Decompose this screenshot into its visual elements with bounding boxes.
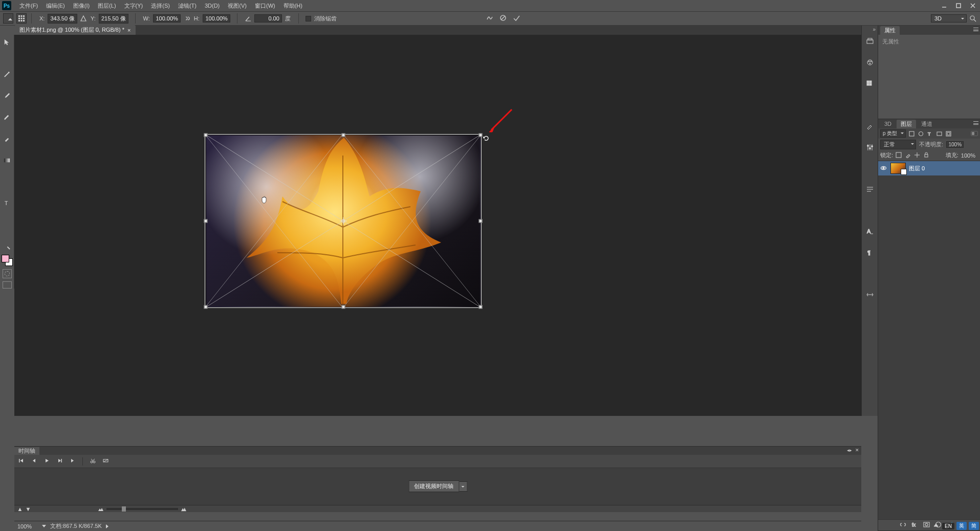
timeline-close-icon[interactable]: ✕: [855, 448, 859, 453]
character-panel-icon[interactable]: A: [865, 226, 875, 236]
timeline-collapse-icon[interactable]: ◂▸: [847, 448, 852, 453]
screen-mode-toggle[interactable]: [3, 281, 12, 289]
menu-view[interactable]: 视图(V): [224, 1, 251, 11]
transform-handle-bm[interactable]: [341, 305, 345, 309]
document-tab-close-icon[interactable]: ×: [127, 27, 130, 33]
magic-wand-tool[interactable]: [1, 69, 13, 80]
lasso-tool[interactable]: [1, 58, 13, 69]
tray-up-icon[interactable]: [933, 522, 940, 529]
color-panel-icon[interactable]: [865, 57, 875, 68]
ime-mode-2[interactable]: 简: [969, 522, 979, 530]
goto-first-frame-icon[interactable]: [18, 458, 24, 464]
filter-switch[interactable]: [971, 131, 978, 136]
menu-help[interactable]: 帮助(H): [279, 1, 307, 11]
filter-smart-icon[interactable]: [945, 130, 952, 137]
transform-handle-br[interactable]: [479, 305, 483, 309]
lock-transparency-icon[interactable]: [896, 152, 902, 159]
canvas-area[interactable]: [14, 35, 861, 416]
type-tool[interactable]: T: [1, 198, 13, 209]
delta-icon[interactable]: [79, 14, 88, 23]
tab-layers[interactable]: 图层: [897, 120, 916, 128]
tab-channels[interactable]: 通道: [917, 120, 937, 128]
strip-collapse-icon[interactable]: »: [873, 27, 876, 32]
menu-layer[interactable]: 图层(L): [94, 1, 120, 11]
goto-last-frame-icon[interactable]: [70, 458, 75, 464]
menu-image[interactable]: 图像(I): [69, 1, 94, 11]
history-panel-icon[interactable]: [865, 36, 875, 46]
zoom-mountain-large-icon[interactable]: [181, 506, 186, 512]
create-timeline-dropdown[interactable]: [459, 481, 467, 492]
window-maximize-button[interactable]: [951, 0, 966, 11]
menu-select[interactable]: 选择(S): [147, 1, 174, 11]
filter-type-icon[interactable]: T: [926, 130, 933, 137]
timeline-zoom-out-icon[interactable]: ▲: [17, 506, 23, 512]
pen-tool[interactable]: [1, 187, 13, 198]
layer-list[interactable]: 图层 0: [878, 161, 980, 519]
layer-filter-kind[interactable]: p 类型: [880, 129, 906, 138]
swatches-panel-icon[interactable]: [865, 79, 875, 89]
paragraph-styles-icon[interactable]: ¶: [865, 248, 875, 258]
rectangle-shape-tool[interactable]: [1, 219, 13, 230]
foreground-color[interactable]: [2, 255, 9, 262]
lock-position-icon[interactable]: [914, 152, 921, 159]
opacity-field[interactable]: 100%: [946, 141, 964, 148]
adjustment-panel-icon[interactable]: [865, 142, 875, 152]
cancel-transform-icon[interactable]: [499, 14, 507, 23]
layer-name[interactable]: 图层 0: [909, 165, 925, 172]
filter-adjust-icon[interactable]: [917, 130, 924, 137]
tool-preset-picker[interactable]: [3, 13, 13, 24]
menu-3d[interactable]: 3D(D): [201, 1, 224, 10]
timeline-tab[interactable]: 时间轴: [14, 447, 39, 455]
workspace-switcher[interactable]: 3D: [931, 14, 967, 23]
fill-field[interactable]: 100%: [961, 152, 975, 159]
angle-field[interactable]: 0.00: [254, 14, 282, 23]
layers-flyout-icon[interactable]: [973, 121, 978, 125]
quick-mask-toggle[interactable]: [3, 269, 12, 278]
search-icon[interactable]: [969, 14, 977, 23]
filter-shape-icon[interactable]: [935, 130, 943, 137]
layer-thumbnail[interactable]: [890, 163, 906, 174]
antialias-checkbox[interactable]: [306, 16, 311, 21]
panel-flyout-icon[interactable]: [973, 28, 978, 32]
doc-info-menu-icon[interactable]: [106, 524, 108, 528]
hand-tool[interactable]: [1, 230, 13, 241]
crop-tool[interactable]: [1, 80, 13, 91]
transform-handle-tl[interactable]: [204, 134, 208, 137]
doc-info[interactable]: 文档:867.5 K/867.5K: [50, 522, 102, 530]
transform-handle-ml[interactable]: [204, 219, 208, 223]
menu-file[interactable]: 文件(F): [15, 1, 42, 11]
transform-center-icon[interactable]: [340, 217, 347, 225]
filter-pixel-icon[interactable]: [908, 130, 915, 137]
spot-heal-tool[interactable]: [1, 101, 13, 112]
layer-fx-icon[interactable]: fx: [911, 521, 918, 529]
tab-3d[interactable]: 3D: [880, 120, 896, 127]
brush-settings-panel-icon[interactable]: [865, 121, 875, 131]
w-field[interactable]: 100.00%: [153, 14, 181, 23]
gradient-tool[interactable]: [1, 155, 13, 166]
timeline-track-area[interactable]: 创建视频时间轴: [14, 468, 861, 505]
h-field[interactable]: 100.00%: [203, 14, 230, 23]
timeline-zoom-slider[interactable]: [106, 508, 178, 510]
ime-mode-1[interactable]: 英: [956, 522, 967, 530]
free-transform-box[interactable]: [206, 135, 481, 307]
clone-stamp-tool[interactable]: [1, 123, 13, 134]
color-swatch[interactable]: [2, 255, 13, 266]
blur-tool[interactable]: [1, 166, 13, 176]
ime-lang[interactable]: EN: [942, 523, 954, 529]
window-minimize-button[interactable]: [937, 0, 951, 11]
menu-edit[interactable]: 编辑(E): [42, 1, 69, 11]
transform-handle-tm[interactable]: [341, 134, 345, 137]
warp-mode-icon[interactable]: [486, 14, 493, 23]
path-select-tool[interactable]: [1, 209, 13, 219]
lock-pixels-icon[interactable]: [905, 152, 911, 159]
commit-transform-icon[interactable]: [513, 14, 520, 23]
brush-tool[interactable]: [1, 112, 13, 123]
create-video-timeline-button[interactable]: 创建视频时间轴: [408, 480, 459, 492]
split-clip-icon[interactable]: [90, 458, 96, 464]
zoom-menu-icon[interactable]: [42, 525, 46, 527]
layer-mask-icon[interactable]: [923, 521, 930, 529]
play-icon[interactable]: [44, 458, 50, 464]
reference-point-grid[interactable]: [16, 13, 27, 24]
y-field[interactable]: 215.50 像: [99, 14, 128, 24]
layer-row[interactable]: 图层 0: [878, 161, 980, 175]
